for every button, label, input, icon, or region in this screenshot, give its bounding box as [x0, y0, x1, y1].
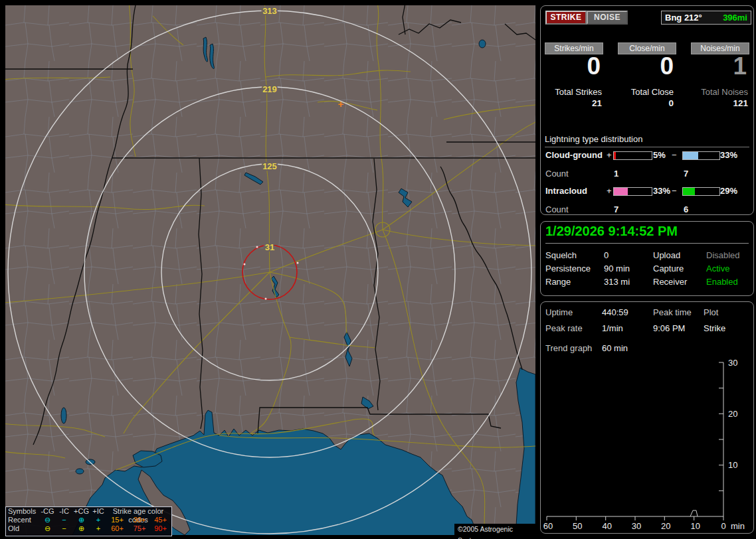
plot-value: Strike [704, 323, 725, 334]
age-code: 15+ [106, 516, 128, 524]
ic-minus-bar [682, 187, 720, 196]
strike-trend-spike [690, 510, 698, 516]
x-axis-unit: min [731, 521, 745, 530]
persistence-value: 90 min [604, 264, 630, 274]
y-tick-30: 30 [728, 358, 737, 368]
lake [61, 408, 66, 424]
total-strikes-label: Total Strikes [543, 87, 602, 97]
receiver-status: Enabled [706, 277, 738, 287]
lake [479, 40, 486, 48]
capture-status: Active [706, 264, 729, 274]
circle-plus-icon: ⊕ [72, 516, 90, 524]
x-tick-60: 60 [543, 521, 553, 530]
minus-sign: − [672, 186, 677, 196]
y-tick-10: 10 [728, 460, 737, 470]
ring-label-125: 125 [262, 161, 277, 171]
bearing-readout: Bng 212° 396mi [661, 11, 751, 25]
strike-mode-button[interactable]: STRIKE [545, 11, 587, 25]
intracloud-label: Intracloud [545, 186, 587, 196]
age-code: 90+ [151, 524, 170, 533]
trend-graph: 30 20 10 60 50 40 30 20 10 0 min [543, 358, 751, 530]
range-value: 313 mi [604, 277, 630, 287]
receiver-label: Receiver [653, 277, 687, 287]
map-legend: Symbols -CG -IC +CG +IC Strike age color… [5, 506, 172, 536]
plus-sign: + [607, 186, 612, 196]
ic-minus-count: 6 [684, 204, 688, 215]
ic-plus-bar [613, 187, 652, 196]
total-noises-value: 121 [690, 98, 748, 108]
peak-rate-label: Peak rate [545, 323, 583, 334]
ring-label-219: 219 [262, 84, 277, 94]
count-label: Count [545, 204, 569, 215]
distribution-title: Lightning type distribution [545, 134, 749, 147]
ic-plus-count: 7 [614, 204, 618, 215]
distance-value: 396mi [723, 11, 747, 24]
total-close-value: 0 [615, 98, 674, 108]
ic-plus-pct: 33% [653, 186, 670, 196]
age-code: 30+ [128, 516, 151, 524]
map-canvas: 313 219 125 31 + [5, 5, 535, 535]
plot-label: Plot [704, 307, 718, 318]
minus-icon: − [56, 516, 72, 524]
minus-icon: − [56, 524, 72, 533]
circle-minus-icon: ⊖ [39, 524, 56, 533]
uptime-value: 440:59 [602, 307, 628, 318]
x-tick-10: 10 [690, 521, 700, 530]
cg-plus-count: 1 [614, 169, 618, 179]
x-tick-20: 20 [661, 521, 670, 530]
marsh [76, 469, 84, 474]
datetime-display: 1/29/2026 9:14:52 PM [545, 224, 749, 244]
upload-status: Disabled [706, 250, 740, 261]
persistence-label: Persistence [545, 264, 591, 274]
trend-window-value: 60 min [602, 343, 628, 354]
plus-sign: + [607, 150, 612, 161]
session-panel: Uptime 440:59 Peak time Plot Peak rate 1… [540, 301, 754, 534]
aged-strike-marker: + [338, 98, 344, 110]
range-label: Range [545, 277, 571, 287]
capture-label: Capture [653, 264, 684, 274]
ring-label-31: 31 [265, 242, 274, 252]
peak-time-value: 9:06 PM [653, 323, 685, 334]
app-window: 313 219 125 31 + Symbols -CG -IC +CG +IC… [0, 0, 756, 539]
total-strikes-value: 21 [543, 98, 602, 108]
upload-label: Upload [653, 250, 680, 261]
close-per-min-value: 0 [618, 52, 674, 82]
circle-plus-icon: ⊕ [72, 524, 90, 533]
bearing-value: Bng 212° [665, 11, 702, 24]
ic-minus-pct: 29% [720, 186, 737, 196]
strikes-per-min-value: 0 [545, 52, 601, 82]
total-close-label: Total Close [615, 87, 674, 97]
circle-minus-icon: ⊖ [39, 516, 56, 524]
cg-plus-bar [613, 151, 652, 160]
strike-stats-panel: STRIKE NOISE Bng 212° 396mi Strikes/min … [540, 5, 754, 215]
total-noises-label: Total Noises [690, 87, 748, 97]
peak-time-label: Peak time [653, 307, 692, 318]
cg-plus-pct: 5% [653, 150, 666, 161]
squelch-label: Squelch [545, 250, 577, 261]
x-tick-50: 50 [573, 521, 582, 530]
x-tick-0: 0 [721, 521, 725, 530]
copyright-notice: ©2005 Astrogenic Systems [454, 524, 539, 535]
cloud-ground-label: Cloud-ground [545, 150, 603, 161]
plus-icon: + [90, 524, 106, 533]
status-panel: 1/29/2026 9:14:52 PM Squelch 0 Upload Di… [540, 221, 754, 296]
minus-sign: − [672, 150, 677, 161]
age-code: 60+ [106, 524, 128, 533]
noises-per-min-value: 1 [691, 52, 747, 82]
age-code: 45+ [151, 516, 170, 524]
count-label: Count [545, 169, 569, 179]
squelch-value: 0 [604, 250, 609, 261]
y-tick-20: 20 [728, 409, 737, 419]
legend-row-label: Recent [6, 516, 39, 524]
ring-label-313: 313 [262, 6, 277, 16]
cg-minus-pct: 33% [720, 150, 737, 161]
lightning-map[interactable]: 313 219 125 31 + [5, 5, 535, 535]
cg-minus-bar [682, 151, 720, 160]
x-tick-30: 30 [632, 521, 641, 530]
noise-mode-button[interactable]: NOISE [587, 11, 628, 25]
plus-icon: + [90, 516, 106, 524]
legend-row-label: Old [6, 524, 39, 533]
cg-minus-count: 7 [684, 169, 688, 179]
peak-rate-value: 1/min [602, 323, 623, 334]
uptime-label: Uptime [545, 307, 573, 318]
